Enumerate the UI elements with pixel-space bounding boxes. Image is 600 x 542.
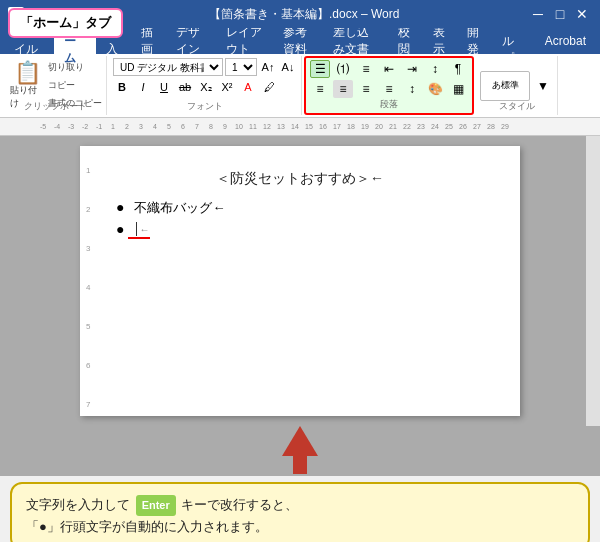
document-page-wrapper: 1 2 3 4 5 6 7 ＜防災セットおすすめ＞← ● 不織布バッグ← ● ←: [0, 136, 600, 426]
arrow-area: [0, 426, 600, 476]
document-title: ＜防災セットおすすめ＞←: [116, 166, 484, 191]
enter-key-badge: Enter: [136, 495, 176, 516]
tab-acrobat[interactable]: Acrobat: [535, 30, 596, 52]
decrease-indent-button[interactable]: ⇤: [379, 60, 399, 78]
bullet-item-2[interactable]: ● ←: [116, 221, 484, 237]
left-margin-numbers: 1 2 3 4 5 6 7: [86, 166, 90, 409]
borders-button[interactable]: ▦: [448, 80, 468, 98]
font-color-button[interactable]: A: [239, 78, 257, 96]
styles-gallery[interactable]: あ標準: [480, 71, 530, 101]
callout-tab-label: 「ホーム」タブ: [8, 8, 123, 38]
callout-line1-prefix: 文字列を入力して: [26, 497, 130, 512]
document-area: 1 2 3 4 5 6 7 ＜防災セットおすすめ＞← ● 不織布バッグ← ● ←: [0, 136, 600, 426]
multilevel-button[interactable]: ≡: [356, 60, 376, 78]
callout-line1: 文字列を入力して Enter キーで改行すると、: [26, 494, 574, 516]
ribbon-toolbar: 📋 貼り付け 切り取り コピー 書式のコピー クリップボード UD デジタル 教…: [0, 54, 600, 118]
cut-button[interactable]: 切り取り: [48, 61, 102, 74]
align-center-button[interactable]: ≡: [333, 80, 353, 98]
bullet-dot-1: ●: [116, 199, 124, 215]
clipboard-group-label: クリップボード: [24, 100, 87, 113]
callout-line1-suffix: キーで改行すると、: [181, 497, 298, 512]
window-title: 【箇条書き・基本編】.docx – Word: [80, 6, 528, 23]
paste-icon: 📋: [14, 62, 41, 84]
text-cursor: [136, 222, 137, 236]
copy-button[interactable]: コピー: [48, 79, 102, 92]
paragraph-mark: ←: [139, 224, 149, 235]
window-controls: ─ □ ✕: [528, 4, 592, 24]
minimize-button[interactable]: ─: [528, 4, 548, 24]
increase-indent-button[interactable]: ⇥: [402, 60, 422, 78]
underline-button[interactable]: U: [155, 78, 173, 96]
numbering-button[interactable]: ⑴: [333, 60, 353, 78]
font-size-select[interactable]: 16: [225, 58, 257, 76]
superscript-button[interactable]: X²: [218, 78, 236, 96]
styles-group-label: スタイル: [499, 100, 535, 113]
para-row2: ≡ ≡ ≡ ≡ ↕ 🎨 ▦: [310, 80, 468, 98]
vertical-scrollbar[interactable]: [586, 136, 600, 426]
font-name-row: UD デジタル 教科書: 16 A↑ A↓: [113, 58, 297, 76]
shading-button[interactable]: 🎨: [425, 80, 445, 98]
font-group: UD デジタル 教科書: 16 A↑ A↓ B I U ab X₂ X² A 🖊…: [109, 56, 302, 115]
align-left-button[interactable]: ≡: [310, 80, 330, 98]
align-right-button[interactable]: ≡: [356, 80, 376, 98]
styles-expand-button[interactable]: ▼: [533, 77, 553, 95]
document-page[interactable]: 1 2 3 4 5 6 7 ＜防災セットおすすめ＞← ● 不織布バッグ← ● ←: [80, 146, 520, 416]
italic-button[interactable]: I: [134, 78, 152, 96]
callout-box-bottom: 文字列を入力して Enter キーで改行すると、 「●」行頭文字が自動的に入力さ…: [10, 482, 590, 542]
bullet-item-1: ● 不織布バッグ←: [116, 199, 484, 217]
up-arrow-icon: [282, 426, 318, 456]
strikethrough-button[interactable]: ab: [176, 78, 194, 96]
arrow-stem: [293, 454, 307, 474]
grow-font-button[interactable]: A↑: [259, 58, 277, 76]
subscript-button[interactable]: X₂: [197, 78, 215, 96]
font-group-label: フォント: [187, 100, 223, 113]
highlight-button[interactable]: 🖊: [260, 78, 278, 96]
restore-button[interactable]: □: [550, 4, 570, 24]
para-row1: ☰ ⑴ ≡ ⇤ ⇥ ↕ ¶: [310, 60, 468, 78]
justify-button[interactable]: ≡: [379, 80, 399, 98]
red-underline-indicator: [128, 237, 150, 239]
bold-button[interactable]: B: [113, 78, 131, 96]
sort-button[interactable]: ↕: [425, 60, 445, 78]
bullet-text-1: 不織布バッグ←: [134, 199, 225, 217]
clipboard-group: 📋 貼り付け 切り取り コピー 書式のコピー クリップボード: [4, 56, 107, 115]
bullets-button[interactable]: ☰: [310, 60, 330, 78]
close-button[interactable]: ✕: [572, 4, 592, 24]
para-group-label: 段落: [380, 98, 398, 111]
font-format-row: B I U ab X₂ X² A 🖊: [113, 78, 297, 96]
ruler: -5 -4 -3 -2 -1 1 2 3 4 5 6 7 8 9 10 11 1…: [0, 118, 600, 136]
ruler-numbers: -5 -4 -3 -2 -1 1 2 3 4 5 6 7 8 9 10 11 1…: [36, 123, 512, 130]
font-family-select[interactable]: UD デジタル 教科書:: [113, 58, 223, 76]
shrink-font-button[interactable]: A↓: [279, 58, 297, 76]
paragraph-group: ☰ ⑴ ≡ ⇤ ⇥ ↕ ¶ ≡ ≡ ≡ ≡ ↕ 🎨 ▦ 段落: [304, 56, 474, 115]
line-spacing-button[interactable]: ↕: [402, 80, 422, 98]
styles-group: あ標準 ▼ スタイル: [476, 56, 558, 115]
bullet-dot-2: ●: [116, 221, 124, 237]
callout-line2: 「●」行頭文字が自動的に入力されます。: [26, 516, 574, 538]
show-marks-button[interactable]: ¶: [448, 60, 468, 78]
